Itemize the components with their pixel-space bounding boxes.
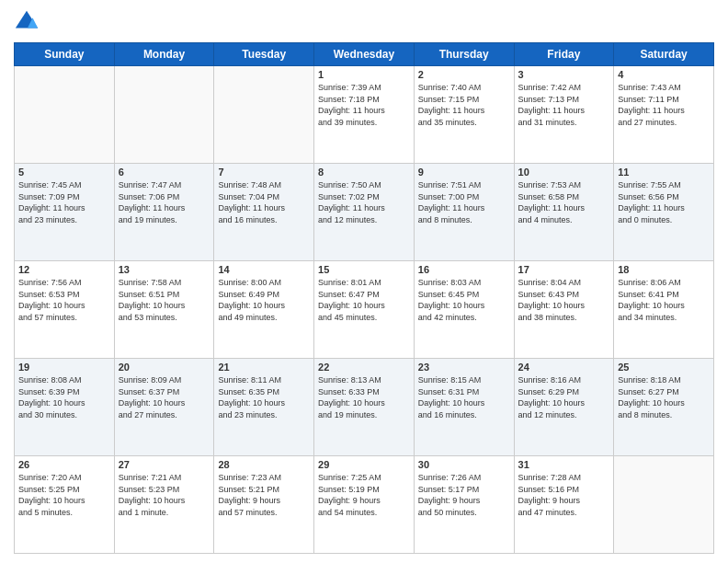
day-info: Sunrise: 7:51 AM Sunset: 7:00 PM Dayligh… xyxy=(418,179,510,225)
calendar-day-cell xyxy=(614,456,714,554)
weekday-header: Thursday xyxy=(414,43,514,66)
day-info: Sunrise: 8:00 AM Sunset: 6:49 PM Dayligh… xyxy=(218,277,310,323)
day-info: Sunrise: 7:21 AM Sunset: 5:23 PM Dayligh… xyxy=(119,472,210,518)
calendar-day-cell: 27Sunrise: 7:21 AM Sunset: 5:23 PM Dayli… xyxy=(114,456,214,554)
calendar-day-cell: 15Sunrise: 8:01 AM Sunset: 6:47 PM Dayli… xyxy=(314,261,415,359)
day-number: 25 xyxy=(618,362,710,373)
day-number: 29 xyxy=(318,459,410,470)
day-info: Sunrise: 8:03 AM Sunset: 6:45 PM Dayligh… xyxy=(418,277,510,323)
day-number: 31 xyxy=(518,459,610,470)
day-info: Sunrise: 7:50 AM Sunset: 7:02 PM Dayligh… xyxy=(318,179,410,225)
calendar-day-cell: 21Sunrise: 8:11 AM Sunset: 6:35 PM Dayli… xyxy=(214,359,314,456)
day-number: 5 xyxy=(18,167,110,178)
day-info: Sunrise: 8:04 AM Sunset: 6:43 PM Dayligh… xyxy=(518,277,610,323)
day-info: Sunrise: 7:39 AM Sunset: 7:18 PM Dayligh… xyxy=(318,82,410,128)
calendar-day-cell: 29Sunrise: 7:25 AM Sunset: 5:19 PM Dayli… xyxy=(314,456,415,554)
calendar-day-cell: 2Sunrise: 7:40 AM Sunset: 7:15 PM Daylig… xyxy=(414,66,514,164)
weekday-header: Saturday xyxy=(614,43,714,66)
day-number: 1 xyxy=(318,69,410,80)
calendar-day-cell: 20Sunrise: 8:09 AM Sunset: 6:37 PM Dayli… xyxy=(114,359,214,456)
day-number: 14 xyxy=(218,264,310,275)
weekday-header: Monday xyxy=(114,43,214,66)
calendar-day-cell: 24Sunrise: 8:16 AM Sunset: 6:29 PM Dayli… xyxy=(514,359,614,456)
calendar-week-row: 12Sunrise: 7:56 AM Sunset: 6:53 PM Dayli… xyxy=(15,261,714,359)
day-number: 2 xyxy=(418,69,510,80)
day-info: Sunrise: 8:13 AM Sunset: 6:33 PM Dayligh… xyxy=(318,374,410,420)
day-info: Sunrise: 7:26 AM Sunset: 5:17 PM Dayligh… xyxy=(418,472,510,518)
calendar-day-cell: 12Sunrise: 7:56 AM Sunset: 6:53 PM Dayli… xyxy=(15,261,115,359)
calendar-day-cell: 17Sunrise: 8:04 AM Sunset: 6:43 PM Dayli… xyxy=(514,261,614,359)
day-number: 11 xyxy=(618,167,710,178)
logo xyxy=(14,9,43,35)
day-number: 23 xyxy=(418,362,510,373)
day-number: 28 xyxy=(218,459,310,470)
day-info: Sunrise: 8:01 AM Sunset: 6:47 PM Dayligh… xyxy=(318,277,410,323)
calendar-day-cell: 18Sunrise: 8:06 AM Sunset: 6:41 PM Dayli… xyxy=(614,261,714,359)
day-info: Sunrise: 8:09 AM Sunset: 6:37 PM Dayligh… xyxy=(119,374,210,420)
day-info: Sunrise: 7:47 AM Sunset: 7:06 PM Dayligh… xyxy=(119,179,210,225)
header xyxy=(14,9,714,35)
day-info: Sunrise: 7:40 AM Sunset: 7:15 PM Dayligh… xyxy=(418,82,510,128)
calendar-day-cell xyxy=(15,66,115,164)
calendar-day-cell xyxy=(114,66,214,164)
calendar-week-row: 26Sunrise: 7:20 AM Sunset: 5:25 PM Dayli… xyxy=(15,456,714,554)
day-number: 7 xyxy=(218,167,310,178)
day-info: Sunrise: 7:28 AM Sunset: 5:16 PM Dayligh… xyxy=(518,472,610,518)
day-number: 18 xyxy=(618,264,710,275)
day-number: 13 xyxy=(119,264,210,275)
calendar-week-row: 5Sunrise: 7:45 AM Sunset: 7:09 PM Daylig… xyxy=(15,164,714,261)
calendar-day-cell: 6Sunrise: 7:47 AM Sunset: 7:06 PM Daylig… xyxy=(114,164,214,261)
day-info: Sunrise: 8:18 AM Sunset: 6:27 PM Dayligh… xyxy=(618,374,710,420)
calendar-day-cell: 13Sunrise: 7:58 AM Sunset: 6:51 PM Dayli… xyxy=(114,261,214,359)
calendar-day-cell: 22Sunrise: 8:13 AM Sunset: 6:33 PM Dayli… xyxy=(314,359,415,456)
day-number: 20 xyxy=(119,362,210,373)
day-info: Sunrise: 8:16 AM Sunset: 6:29 PM Dayligh… xyxy=(518,374,610,420)
day-number: 21 xyxy=(218,362,310,373)
page: SundayMondayTuesdayWednesdayThursdayFrid… xyxy=(0,0,728,563)
calendar-day-cell: 30Sunrise: 7:26 AM Sunset: 5:17 PM Dayli… xyxy=(414,456,514,554)
calendar-day-cell: 25Sunrise: 8:18 AM Sunset: 6:27 PM Dayli… xyxy=(614,359,714,456)
day-info: Sunrise: 8:06 AM Sunset: 6:41 PM Dayligh… xyxy=(618,277,710,323)
day-info: Sunrise: 7:25 AM Sunset: 5:19 PM Dayligh… xyxy=(318,472,410,518)
day-number: 30 xyxy=(418,459,510,470)
calendar-day-cell: 7Sunrise: 7:48 AM Sunset: 7:04 PM Daylig… xyxy=(214,164,314,261)
calendar-week-row: 1Sunrise: 7:39 AM Sunset: 7:18 PM Daylig… xyxy=(15,66,714,164)
day-number: 12 xyxy=(18,264,110,275)
calendar-day-cell: 4Sunrise: 7:43 AM Sunset: 7:11 PM Daylig… xyxy=(614,66,714,164)
calendar-week-row: 19Sunrise: 8:08 AM Sunset: 6:39 PM Dayli… xyxy=(15,359,714,456)
calendar-day-cell: 10Sunrise: 7:53 AM Sunset: 6:58 PM Dayli… xyxy=(514,164,614,261)
calendar-day-cell: 26Sunrise: 7:20 AM Sunset: 5:25 PM Dayli… xyxy=(15,456,115,554)
day-number: 16 xyxy=(418,264,510,275)
calendar-day-cell: 3Sunrise: 7:42 AM Sunset: 7:13 PM Daylig… xyxy=(514,66,614,164)
day-number: 3 xyxy=(518,69,610,80)
day-number: 10 xyxy=(518,167,610,178)
calendar-day-cell: 5Sunrise: 7:45 AM Sunset: 7:09 PM Daylig… xyxy=(15,164,115,261)
day-number: 24 xyxy=(518,362,610,373)
day-number: 9 xyxy=(418,167,510,178)
day-info: Sunrise: 7:58 AM Sunset: 6:51 PM Dayligh… xyxy=(119,277,210,323)
day-info: Sunrise: 7:48 AM Sunset: 7:04 PM Dayligh… xyxy=(218,179,310,225)
calendar-day-cell: 16Sunrise: 8:03 AM Sunset: 6:45 PM Dayli… xyxy=(414,261,514,359)
day-info: Sunrise: 8:11 AM Sunset: 6:35 PM Dayligh… xyxy=(218,374,310,420)
day-number: 26 xyxy=(18,459,110,470)
calendar-day-cell: 28Sunrise: 7:23 AM Sunset: 5:21 PM Dayli… xyxy=(214,456,314,554)
calendar-day-cell: 31Sunrise: 7:28 AM Sunset: 5:16 PM Dayli… xyxy=(514,456,614,554)
day-info: Sunrise: 7:23 AM Sunset: 5:21 PM Dayligh… xyxy=(218,472,310,518)
day-info: Sunrise: 7:20 AM Sunset: 5:25 PM Dayligh… xyxy=(18,472,110,518)
day-info: Sunrise: 7:45 AM Sunset: 7:09 PM Dayligh… xyxy=(18,179,110,225)
day-number: 15 xyxy=(318,264,410,275)
day-number: 8 xyxy=(318,167,410,178)
calendar-day-cell: 14Sunrise: 8:00 AM Sunset: 6:49 PM Dayli… xyxy=(214,261,314,359)
calendar-header-row: SundayMondayTuesdayWednesdayThursdayFrid… xyxy=(15,43,714,66)
day-number: 27 xyxy=(119,459,210,470)
calendar-body: 1Sunrise: 7:39 AM Sunset: 7:18 PM Daylig… xyxy=(15,66,714,554)
day-number: 19 xyxy=(18,362,110,373)
weekday-header: Wednesday xyxy=(314,43,415,66)
calendar-day-cell xyxy=(214,66,314,164)
weekday-header: Tuesday xyxy=(214,43,314,66)
weekday-header: Friday xyxy=(514,43,614,66)
day-number: 4 xyxy=(618,69,710,80)
calendar-table: SundayMondayTuesdayWednesdayThursdayFrid… xyxy=(14,42,714,554)
day-info: Sunrise: 7:42 AM Sunset: 7:13 PM Dayligh… xyxy=(518,82,610,128)
day-info: Sunrise: 7:53 AM Sunset: 6:58 PM Dayligh… xyxy=(518,179,610,225)
